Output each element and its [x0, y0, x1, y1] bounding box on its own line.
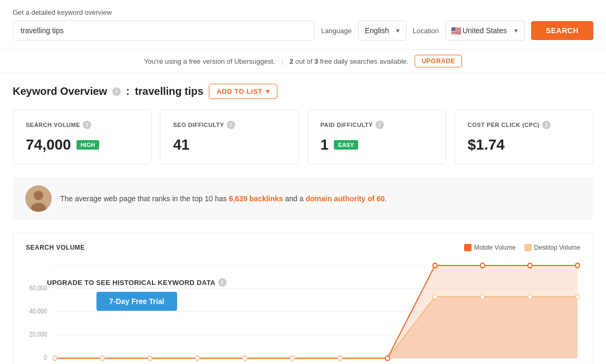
paid-difficulty-label: PAID DIFFICULTY	[321, 122, 373, 128]
dot-9-desktop	[480, 294, 485, 299]
chart-title: SEARCH VOLUME	[26, 244, 85, 251]
avatar	[25, 185, 52, 212]
keyword-overview-label: Get a detailed keyword overview	[13, 8, 593, 16]
upgrade-info-icon[interactable]: i	[218, 278, 226, 287]
language-label: Language	[321, 27, 352, 35]
desktop-volume-label: Desktop Volume	[534, 244, 580, 251]
chart-header: SEARCH VOLUME Mobile Volume Desktop Volu…	[26, 244, 580, 251]
language-selector[interactable]: English ▼	[358, 21, 407, 41]
metrics-row: SEARCH VOLUME i 74,000 HIGH SEO DIFFICUL…	[13, 110, 593, 164]
insight-text-before: The average web page that ranks in the t…	[60, 194, 229, 203]
insight-text: The average web page that ranks in the t…	[60, 193, 387, 204]
trial-button[interactable]: 7-Day Free Trial	[97, 292, 177, 311]
search-volume-svg: 0 20,000 40,000 60,000	[26, 260, 580, 364]
dot-6-mobile	[338, 356, 342, 361]
search-volume-value: 74,000	[26, 136, 71, 153]
location-label: Location	[413, 27, 439, 35]
dot-2-mobile	[148, 356, 152, 361]
dot-9-mobile	[480, 263, 485, 268]
dot-1-mobile	[100, 356, 104, 361]
paid-difficulty-badge: EASY	[334, 140, 358, 150]
dot-10-mobile	[528, 263, 532, 268]
location-select[interactable]: United States	[446, 21, 524, 40]
searches-info: 2 out of 3 free daily searches available…	[290, 57, 408, 65]
search-volume-card: SEARCH VOLUME i 74,000 HIGH	[13, 110, 151, 164]
dot-7-mobile	[386, 356, 390, 361]
upgrade-button[interactable]: UPGRADE	[415, 55, 462, 67]
dot-10-desktop	[528, 294, 532, 299]
svg-text:40,000: 40,000	[29, 308, 47, 315]
seo-difficulty-value: 41	[173, 136, 189, 153]
insight-bar: The average web page that ranks in the t…	[13, 177, 593, 220]
dot-0-mobile	[53, 356, 57, 361]
upgrade-bar: You're using a free version of Ubersugge…	[0, 50, 606, 73]
paid-difficulty-card: PAID DIFFICULTY i 1 EASY	[307, 110, 446, 164]
cpc-info-icon[interactable]: i	[542, 121, 551, 129]
insight-text-after: .	[385, 194, 387, 203]
mobile-volume-legend: Mobile Volume	[464, 244, 516, 251]
cpc-label: COST PER CLICK (CPC)	[468, 122, 540, 128]
search-volume-info-icon[interactable]: i	[83, 121, 91, 129]
divider: |	[282, 57, 283, 65]
dot-11-mobile	[575, 263, 580, 268]
svg-text:20,000: 20,000	[29, 331, 47, 338]
cpc-value: $1.74	[468, 136, 505, 153]
mobile-volume-dot	[464, 244, 472, 251]
location-selector[interactable]: 🇺🇸 United States ▼	[445, 21, 525, 41]
chevron-down-icon: ▾	[266, 87, 270, 95]
search-button[interactable]: SEARCH	[531, 21, 593, 40]
desktop-volume-dot	[524, 244, 532, 251]
cpc-card: COST PER CLICK (CPC) i $1.74	[455, 110, 593, 164]
page-title: Keyword Overview	[13, 85, 107, 97]
seo-difficulty-card: SEO DIFFICULTY i 41	[160, 110, 299, 164]
dot-4-mobile	[243, 356, 247, 361]
title-colon: :	[126, 85, 130, 97]
desktop-volume-legend: Desktop Volume	[524, 244, 580, 251]
search-volume-chart-section: SEARCH VOLUME Mobile Volume Desktop Volu…	[13, 233, 593, 364]
search-volume-badge: HIGH	[76, 140, 100, 150]
svg-point-1	[34, 191, 43, 200]
upgrade-overlay-title: UPGRADE TO SEE HISTORICAL KEYWORD DATA i	[47, 278, 226, 287]
mobile-volume-label: Mobile Volume	[474, 244, 516, 251]
dot-8-mobile	[433, 263, 437, 268]
chart-container: 0 20,000 40,000 60,000	[26, 260, 580, 364]
svg-text:0: 0	[44, 355, 47, 361]
backlinks-highlight[interactable]: 6,639 backlinks	[229, 194, 283, 203]
search-volume-label: SEARCH VOLUME	[26, 122, 80, 128]
chart-legend: Mobile Volume Desktop Volume	[464, 244, 580, 251]
language-select[interactable]: English	[359, 21, 406, 40]
domain-authority-highlight[interactable]: domain authority of 60	[305, 194, 384, 203]
keyword-overview-header: Keyword Overview i : travelling tips ADD…	[13, 84, 593, 99]
seo-difficulty-info-icon[interactable]: i	[227, 121, 235, 129]
insight-text-middle: and a	[283, 194, 306, 203]
keyword-search-input[interactable]	[13, 21, 314, 40]
chart-upgrade-overlay: UPGRADE TO SEE HISTORICAL KEYWORD DATA i…	[47, 278, 226, 311]
title-info-icon[interactable]: i	[112, 87, 121, 96]
dot-3-mobile	[195, 356, 199, 361]
dot-5-mobile	[290, 356, 294, 361]
free-version-message: You're using a free version of Ubersugge…	[144, 57, 275, 65]
add-to-list-button[interactable]: ADD TO LIST ▾	[209, 84, 277, 99]
paid-difficulty-info-icon[interactable]: i	[376, 121, 384, 129]
seo-difficulty-label: SEO DIFFICULTY	[173, 122, 224, 128]
svg-text:60,000: 60,000	[29, 285, 47, 292]
search-input-wrap	[13, 21, 315, 41]
dot-11-desktop	[575, 294, 580, 299]
paid-difficulty-value: 1	[321, 136, 329, 153]
keyword-name: travelling tips	[135, 85, 204, 97]
dot-8-desktop	[433, 294, 437, 299]
